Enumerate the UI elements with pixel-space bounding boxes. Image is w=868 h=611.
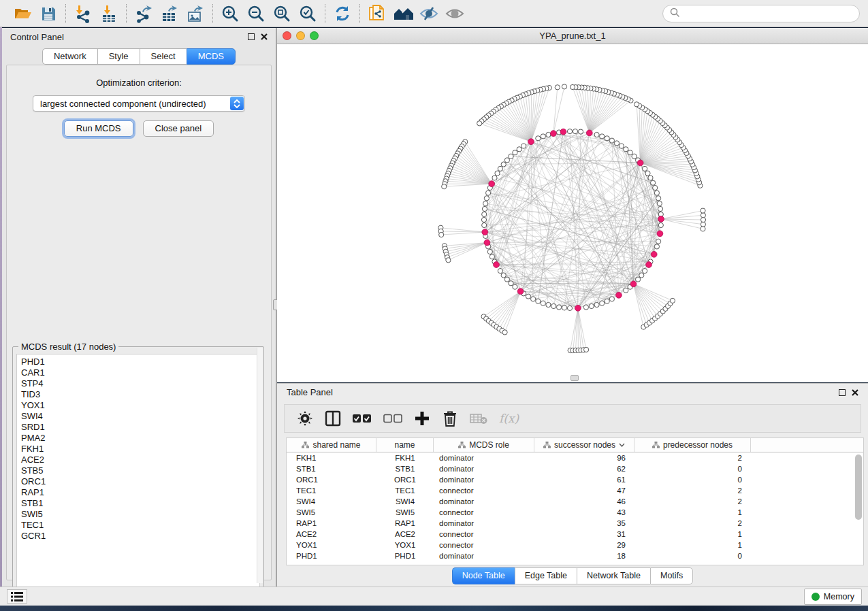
table-cell[interactable]: ORC1 xyxy=(376,474,434,485)
table-cell[interactable]: PHD1 xyxy=(287,550,376,561)
deselect-all-icon[interactable] xyxy=(383,410,402,427)
window-zoom-traffic-light[interactable] xyxy=(310,31,319,40)
column-header-shared-name[interactable]: shared name xyxy=(287,438,376,452)
table-cell[interactable]: dominator xyxy=(434,518,534,529)
mcds-result-item[interactable]: GCR1 xyxy=(21,531,259,542)
table-cell[interactable]: dominator xyxy=(434,550,534,561)
table-row[interactable]: PHD1PHD1dominator180 xyxy=(287,550,863,561)
mcds-result-item[interactable]: TID3 xyxy=(21,389,259,400)
tab-select[interactable]: Select xyxy=(140,48,187,65)
mcds-result-item[interactable]: ORC1 xyxy=(21,476,259,487)
table-row[interactable]: STB1STB1dominator620 xyxy=(287,463,863,474)
table-row[interactable]: YOX1YOX1connector291 xyxy=(287,540,863,550)
table-row[interactable]: SWI4SWI4dominator462 xyxy=(287,496,863,507)
tab-network-table[interactable]: Network Table xyxy=(577,567,650,584)
column-header-successor-nodes[interactable]: successor nodes xyxy=(534,438,634,452)
table-cell[interactable]: 2 xyxy=(634,485,751,496)
mcds-result-item[interactable]: SRD1 xyxy=(21,422,259,433)
column-header-name[interactable]: name xyxy=(376,438,434,452)
tab-mcds[interactable]: MCDS xyxy=(187,48,236,65)
table-cell[interactable]: ORC1 xyxy=(287,474,376,485)
open-folder-icon[interactable] xyxy=(12,3,33,24)
mcds-result-item[interactable]: RAP1 xyxy=(21,487,259,498)
table-cell[interactable]: STB1 xyxy=(287,463,376,474)
table-cell[interactable]: 29 xyxy=(534,540,634,550)
mcds-result-item[interactable]: SWI5 xyxy=(21,509,259,520)
table-cell[interactable]: 0 xyxy=(634,474,751,485)
table-cell[interactable]: YOX1 xyxy=(376,540,434,550)
window-minimize-traffic-light[interactable] xyxy=(296,31,305,40)
column-header-predecessor-nodes[interactable]: predecessor nodes xyxy=(634,438,751,452)
table-cell[interactable]: PHD1 xyxy=(376,550,434,561)
float-table-panel-icon[interactable] xyxy=(839,389,846,396)
table-cell[interactable]: dominator xyxy=(434,463,534,474)
table-cell[interactable]: TEC1 xyxy=(376,485,434,496)
table-cell[interactable]: 47 xyxy=(534,485,634,496)
hide-selected-eye-slash-icon[interactable] xyxy=(419,3,439,24)
run-mcds-button[interactable]: Run MCDS xyxy=(64,120,133,137)
memory-button[interactable]: Memory xyxy=(804,589,862,605)
import-network-icon[interactable] xyxy=(73,3,93,24)
tab-motifs[interactable]: Motifs xyxy=(650,567,693,584)
table-cell[interactable]: SWI4 xyxy=(376,496,434,507)
window-close-traffic-light[interactable] xyxy=(283,31,291,40)
houses-icon[interactable] xyxy=(393,3,413,24)
table-row[interactable]: RAP1RAP1dominator352 xyxy=(287,518,863,529)
save-icon[interactable] xyxy=(38,3,59,24)
tab-edge-table[interactable]: Edge Table xyxy=(515,567,577,584)
table-cell[interactable]: 0 xyxy=(634,550,751,561)
float-window-icon[interactable] xyxy=(248,33,255,40)
table-cell[interactable]: ACE2 xyxy=(287,529,376,540)
table-cell[interactable]: 62 xyxy=(534,463,634,474)
table-row[interactable]: ACE2ACE2connector311 xyxy=(287,529,863,540)
search-box[interactable] xyxy=(662,5,860,22)
close-panel-button[interactable]: Close panel xyxy=(143,120,214,137)
table-cell[interactable]: dominator xyxy=(434,496,534,507)
table-cell[interactable]: 1 xyxy=(634,529,751,540)
table-cell[interactable]: 96 xyxy=(534,452,634,463)
zoom-out-icon[interactable] xyxy=(246,3,266,24)
table-cell[interactable]: 0 xyxy=(634,463,751,474)
split-panel-icon[interactable] xyxy=(325,410,341,427)
zoom-selected-icon[interactable] xyxy=(298,3,318,24)
table-cell[interactable]: SWI4 xyxy=(287,496,376,507)
mcds-result-item[interactable]: TEC1 xyxy=(21,520,259,531)
table-cell[interactable]: connector xyxy=(434,485,534,496)
table-cell[interactable]: RAP1 xyxy=(376,518,434,529)
select-all-checked-icon[interactable] xyxy=(353,410,372,427)
show-all-eye-icon[interactable] xyxy=(445,3,465,24)
table-cell[interactable]: 46 xyxy=(534,496,634,507)
mcds-result-item[interactable]: SWI4 xyxy=(21,411,259,422)
mcds-result-item[interactable]: YOX1 xyxy=(21,400,259,411)
column-header-MCDS-role[interactable]: MCDS role xyxy=(434,438,534,452)
table-row[interactable]: SWI5SWI5connector431 xyxy=(287,507,863,518)
table-cell[interactable]: dominator xyxy=(434,474,534,485)
close-table-panel-icon[interactable] xyxy=(852,389,858,396)
mcds-result-item[interactable]: STP4 xyxy=(21,378,259,389)
network-graph[interactable] xyxy=(277,44,868,382)
table-cell[interactable]: TEC1 xyxy=(287,485,376,496)
table-cell[interactable]: 2 xyxy=(634,518,751,529)
table-cell[interactable]: connector xyxy=(434,529,534,540)
table-row[interactable]: FKH1FKH1dominator962 xyxy=(287,452,863,463)
tab-node-table[interactable]: Node Table xyxy=(452,567,515,584)
delete-trash-icon[interactable] xyxy=(442,410,458,427)
table-cell[interactable]: RAP1 xyxy=(287,518,376,529)
table-cell[interactable]: STB1 xyxy=(376,463,434,474)
mcds-result-list[interactable]: PHD1CAR1STP4TID3YOX1SWI4SRD1PMA2FKH1ACE2… xyxy=(16,354,260,591)
table-cell[interactable]: 2 xyxy=(634,496,751,507)
mcds-result-item[interactable]: CAR1 xyxy=(21,367,259,378)
table-cell[interactable]: FKH1 xyxy=(376,452,434,463)
table-cell[interactable]: 2 xyxy=(634,452,751,463)
table-cell[interactable]: 61 xyxy=(534,474,634,485)
search-input[interactable] xyxy=(684,9,852,18)
mcds-list-scrollbar[interactable] xyxy=(257,348,263,583)
table-cell[interactable]: FKH1 xyxy=(287,452,376,463)
settings-gear-icon[interactable] xyxy=(297,410,313,427)
table-cell[interactable]: 43 xyxy=(534,507,634,518)
refresh-icon[interactable] xyxy=(332,3,353,24)
mcds-result-item[interactable]: PHD1 xyxy=(21,357,259,367)
table-row[interactable]: TEC1TEC1connector472 xyxy=(287,485,863,496)
mcds-result-item[interactable]: STB1 xyxy=(21,498,259,509)
mcds-result-item[interactable]: ACE2 xyxy=(21,455,259,465)
